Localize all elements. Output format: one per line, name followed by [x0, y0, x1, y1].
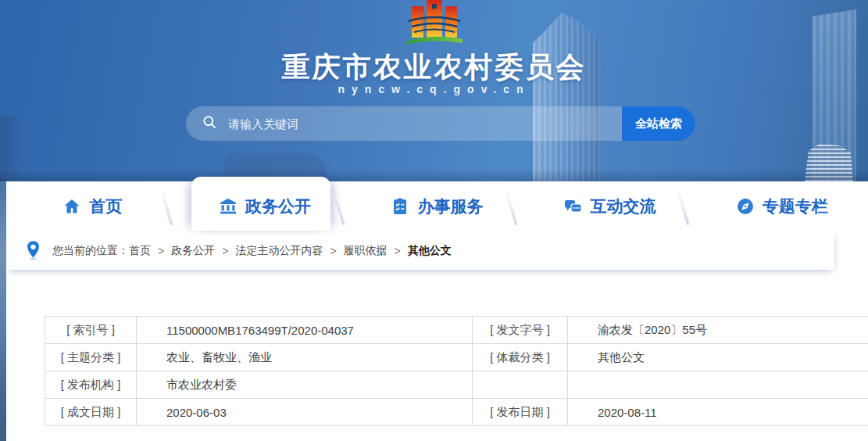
meta-label-index-no: [ 索引号 ] — [45, 317, 137, 344]
table-row: [ 发布机构 ] 市农业农村委 — [45, 371, 868, 399]
chongqing-hall-logo — [402, 0, 467, 45]
meta-label-publish-date: [ 发布日期 ] — [473, 399, 568, 426]
table-row: [ 成文日期 ] 2020-06-03 [ 发布日期 ] 2020-08-11 — [45, 399, 868, 426]
meta-value-issuer: 市农业农村委 — [137, 371, 473, 399]
meta-label-doc-number: [ 发文字号 ] — [473, 317, 568, 344]
breadcrumb-separator: > — [395, 245, 401, 257]
search-submit-button[interactable]: 全站检索 — [622, 106, 695, 141]
tab-label: 互动交流 — [591, 195, 656, 217]
meta-value-doc-number: 渝农发〔2020〕55号 — [568, 317, 868, 344]
tab-gov-disclosure[interactable]: 政务公开 — [179, 181, 352, 231]
breadcrumb-prefix: 您当前的位置： — [52, 244, 129, 258]
breadcrumb-duty-basis[interactable]: 履职依据 — [344, 244, 388, 258]
meta-label-written-date: [ 成文日期 ] — [45, 399, 137, 426]
tab-home[interactable]: 首页 — [6, 181, 179, 231]
header-banner: 重庆市农业农村委员会 nyncw.cq.gov.cn 全站检索 — [0, 0, 868, 181]
tab-label: 专题专栏 — [763, 195, 828, 217]
site-title: 重庆市农业农村委员会 — [0, 48, 868, 87]
tab-special-topics[interactable]: 专题专栏 — [695, 181, 868, 231]
search-input[interactable] — [227, 117, 622, 131]
table-row: [ 主题分类 ] 农业、畜牧业、渔业 [ 体裁分类 ] 其他公文 — [45, 344, 868, 371]
meta-label-issuer: [ 发布机构 ] — [45, 371, 137, 399]
meta-value-subject: 农业、畜牧业、渔业 — [137, 344, 473, 371]
breadcrumb-separator: > — [222, 245, 228, 257]
breadcrumb-separator: > — [330, 245, 336, 257]
meta-label-empty — [473, 371, 568, 399]
tab-interaction[interactable]: 互动交流 — [523, 181, 696, 231]
meta-value-index-no: 11500000MB1763499T/2020-04037 — [137, 317, 473, 344]
breadcrumb-gov-disclosure[interactable]: 政务公开 — [171, 244, 215, 258]
breadcrumb-statutory-content[interactable]: 法定主动公开内容 — [235, 244, 323, 258]
tab-services[interactable]: 办事服务 — [351, 181, 523, 231]
meta-value-empty — [568, 371, 868, 399]
meta-value-genre: 其他公文 — [568, 344, 868, 371]
meta-value-publish-date: 2020-08-11 — [568, 399, 868, 426]
document-meta-table: [ 索引号 ] 11500000MB1763499T/2020-04037 [ … — [45, 316, 868, 426]
compass-icon — [736, 197, 755, 216]
breadcrumb-current-page: 其他公文 — [408, 244, 452, 258]
tab-label: 政务公开 — [245, 195, 311, 217]
skyline-skyscraper — [533, 13, 602, 181]
page-background-strip — [0, 181, 6, 441]
table-row: [ 索引号 ] 11500000MB1763499T/2020-04037 [ … — [45, 317, 868, 344]
tab-label: 首页 — [89, 195, 122, 217]
services-clipboard-icon — [391, 197, 409, 216]
skyline-building — [805, 144, 853, 181]
main-nav: 首页 政务公开 办事服务 — [6, 181, 868, 231]
home-icon — [63, 197, 81, 216]
breadcrumb-home[interactable]: 首页 — [129, 244, 151, 258]
tab-label: 办事服务 — [417, 195, 483, 217]
breadcrumb: 您当前的位置： 首页 > 政务公开 > 法定主动公开内容 > 履职依据 > 其他… — [6, 231, 834, 270]
meta-label-subject: [ 主题分类 ] — [45, 344, 137, 371]
search-icon — [202, 114, 217, 133]
chat-bubbles-icon — [563, 197, 583, 216]
skyline-building — [0, 116, 20, 181]
site-search: 全站检索 — [186, 106, 695, 141]
site-url: nyncw.cq.gov.cn — [0, 83, 868, 95]
search-box[interactable] — [186, 106, 622, 141]
gov-building-icon — [219, 197, 238, 216]
meta-label-genre: [ 体裁分类 ] — [473, 344, 568, 371]
breadcrumb-separator: > — [158, 245, 164, 257]
meta-value-written-date: 2020-06-03 — [137, 399, 473, 426]
location-pin-icon — [25, 240, 41, 261]
